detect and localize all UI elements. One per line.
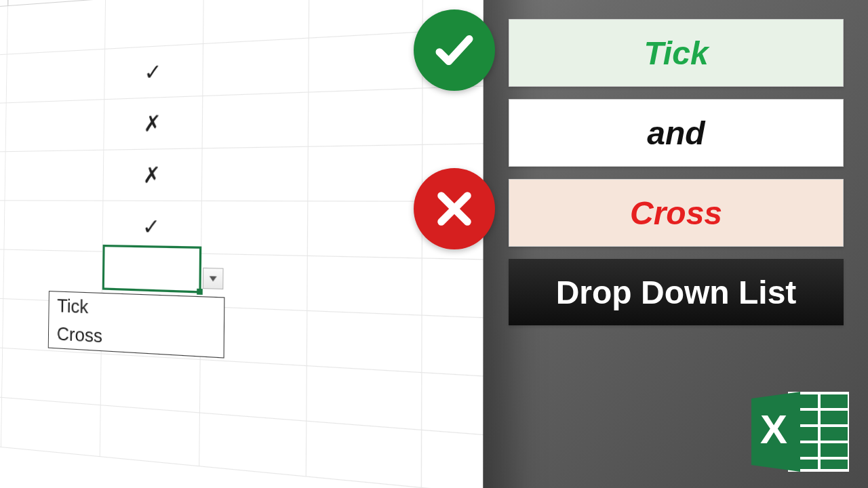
checkmark-circle-icon (414, 9, 495, 91)
label-cards: Tick and Cross Drop Down List (509, 19, 844, 325)
cell[interactable] (309, 33, 422, 92)
card-tick: Tick (509, 19, 844, 87)
cell[interactable] (309, 89, 423, 146)
cell[interactable] (307, 422, 422, 487)
svg-rect-8 (821, 443, 848, 457)
cell[interactable] (2, 348, 102, 405)
cell[interactable] (7, 0, 106, 54)
active-cell[interactable] (102, 245, 201, 293)
cell[interactable] (307, 366, 422, 430)
cell[interactable] (200, 360, 307, 421)
cell[interactable] (203, 0, 309, 43)
card-dropdown-list: Drop Down List (509, 259, 844, 325)
cell[interactable] (7, 49, 106, 102)
cell[interactable] (309, 0, 423, 37)
cell-value[interactable]: ✗ (103, 148, 202, 200)
cell[interactable] (308, 145, 422, 201)
cell[interactable] (307, 256, 422, 315)
excel-logo-letter: X (760, 407, 787, 452)
card-and: and (509, 99, 844, 167)
cell[interactable] (105, 0, 204, 49)
cell[interactable] (101, 354, 201, 412)
svg-rect-10 (821, 460, 848, 469)
cell[interactable] (1, 398, 101, 456)
svg-rect-2 (821, 394, 848, 408)
cell[interactable] (203, 39, 309, 96)
cell[interactable] (100, 405, 200, 466)
excel-logo-icon: X (751, 388, 853, 476)
cell[interactable] (308, 201, 422, 258)
cell[interactable] (4, 201, 103, 251)
dropdown-list: Tick Cross (48, 291, 225, 359)
cell[interactable] (6, 100, 105, 151)
cell[interactable] (203, 93, 309, 148)
cross-circle-icon (414, 168, 495, 249)
cell-value[interactable]: ✗ (104, 96, 203, 150)
cell[interactable] (201, 201, 308, 256)
chevron-down-icon (210, 272, 217, 285)
svg-rect-6 (821, 427, 848, 441)
cell[interactable] (307, 311, 422, 372)
svg-rect-4 (821, 411, 848, 424)
cell[interactable] (5, 150, 104, 201)
cell[interactable] (202, 147, 309, 201)
card-cross: Cross (509, 179, 844, 247)
cell-value[interactable]: ✓ (104, 44, 203, 99)
dropdown-toggle-button[interactable] (203, 268, 224, 289)
spreadsheet-tilt-wrapper: D E F G H ✓ ✗ (0, 0, 448, 488)
cell[interactable] (199, 413, 307, 476)
spreadsheet: D E F G H ✓ ✗ (0, 0, 484, 488)
row-4: ✗ (0, 144, 484, 202)
